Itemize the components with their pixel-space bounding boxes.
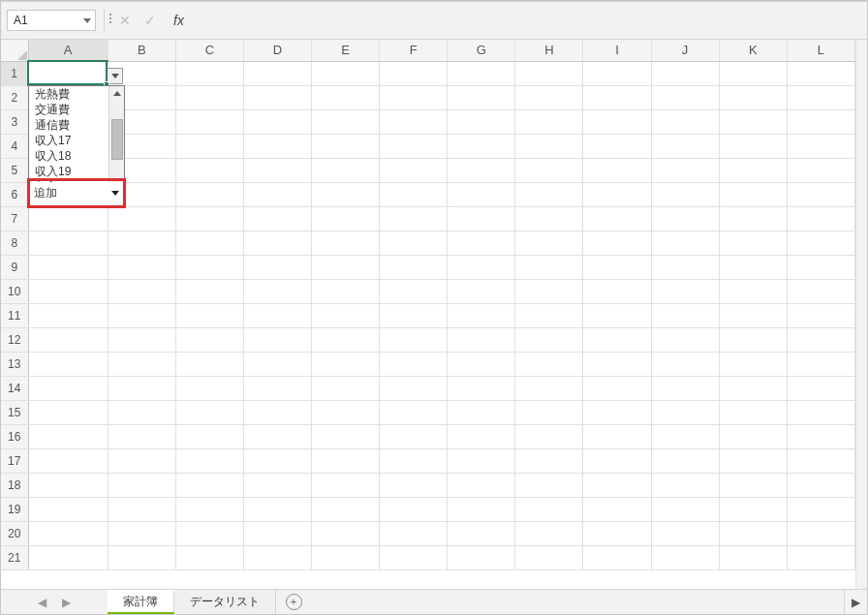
cell[interactable] [312,521,380,545]
cell[interactable] [175,158,243,182]
cell[interactable] [312,61,380,85]
cell[interactable] [28,400,108,424]
cell[interactable] [651,521,719,545]
cell[interactable] [108,303,175,327]
cell[interactable] [515,279,583,303]
cell[interactable] [651,424,719,448]
cell[interactable] [719,352,787,376]
cell[interactable] [651,231,719,255]
cell[interactable] [448,85,515,109]
row-header[interactable]: 3 [1,109,28,134]
cell[interactable] [175,303,243,327]
cell[interactable] [108,497,175,521]
cell[interactable] [312,400,380,424]
cell[interactable] [243,231,311,255]
cell[interactable] [719,231,787,255]
column-header[interactable]: E [312,40,380,61]
cell[interactable] [448,376,515,400]
cell[interactable] [515,206,583,231]
cell[interactable] [515,521,583,545]
cell[interactable] [108,327,175,352]
column-header[interactable]: F [380,40,448,61]
cell[interactable] [28,521,108,545]
cell[interactable] [243,327,311,352]
cell[interactable] [719,376,787,400]
cell[interactable] [787,448,854,473]
cell[interactable] [380,279,448,303]
cell[interactable] [312,158,380,182]
cell[interactable] [787,473,854,497]
column-header[interactable]: B [108,40,175,61]
cell[interactable] [312,376,380,400]
validation-option[interactable]: 交通費 [29,102,108,117]
cell[interactable] [787,158,854,182]
cell[interactable] [243,182,311,206]
validation-option[interactable]: 通信費 [29,117,108,133]
cell[interactable] [583,109,651,134]
row-header[interactable]: 2 [1,85,28,109]
cell[interactable] [651,473,719,497]
cell[interactable] [312,424,380,448]
row-header[interactable]: 12 [1,327,28,352]
cell[interactable] [380,473,448,497]
data-validation-dropdown-button[interactable] [107,68,123,84]
cell[interactable] [515,85,583,109]
cell[interactable] [175,473,243,497]
cell[interactable] [719,497,787,521]
cell[interactable] [448,206,515,231]
cell[interactable] [448,303,515,327]
column-header[interactable]: J [651,40,719,61]
row-header[interactable]: 8 [1,231,28,255]
cell[interactable] [312,85,380,109]
cell[interactable] [175,255,243,279]
cell[interactable] [448,448,515,473]
cell[interactable] [380,158,448,182]
cell[interactable] [448,473,515,497]
cell[interactable] [651,85,719,109]
cell[interactable] [28,327,108,352]
cell[interactable] [28,206,108,231]
cell[interactable] [583,521,651,545]
cell[interactable] [515,473,583,497]
cell[interactable] [719,303,787,327]
cell[interactable] [108,255,175,279]
cell[interactable] [312,134,380,158]
cell[interactable] [448,109,515,134]
validation-option[interactable]: 収入19 [29,164,108,179]
cell[interactable] [108,473,175,497]
cell[interactable] [108,376,175,400]
vertical-scrollbar[interactable] [855,40,867,589]
cell[interactable] [380,352,448,376]
cell[interactable] [380,327,448,352]
cell[interactable] [380,545,448,569]
cell[interactable] [583,231,651,255]
cell[interactable] [312,231,380,255]
cell[interactable] [787,376,854,400]
cell[interactable] [380,497,448,521]
cell[interactable] [719,109,787,134]
cell[interactable] [243,109,311,134]
cell[interactable] [651,352,719,376]
validation-option[interactable]: 収入18 [29,148,108,164]
row-header[interactable]: 17 [1,448,28,473]
cell[interactable] [312,303,380,327]
column-header[interactable]: D [243,40,311,61]
cancel-icon[interactable]: ✕ [119,14,131,27]
cell[interactable] [380,231,448,255]
cell[interactable] [28,473,108,497]
cell[interactable] [719,61,787,85]
cell[interactable] [243,85,311,109]
cell[interactable] [175,109,243,134]
cell[interactable] [108,279,175,303]
cell[interactable] [175,206,243,231]
cell[interactable] [651,206,719,231]
column-header[interactable]: H [515,40,583,61]
cell[interactable] [448,279,515,303]
cell[interactable] [651,327,719,352]
cell[interactable] [787,109,854,134]
cell[interactable] [583,497,651,521]
cell[interactable] [719,448,787,473]
validation-option[interactable]: 光熱費 [29,86,108,102]
cell[interactable] [380,182,448,206]
cell[interactable] [243,303,311,327]
